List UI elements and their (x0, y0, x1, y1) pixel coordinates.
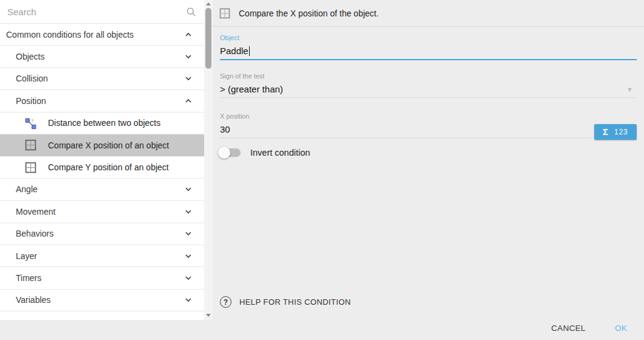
group-label: Common conditions for all objects (6, 30, 134, 40)
chevron-down-icon (183, 295, 193, 305)
scroll-up-arrow[interactable] (204, 0, 213, 7)
x-position-field: X position 30 Σ 123 (213, 113, 644, 138)
help-question-icon: ? (220, 296, 231, 308)
sign-field: Sign of the test > (greater than) ▼ (213, 72, 644, 98)
sign-select[interactable]: > (greater than) ▼ (220, 80, 637, 98)
conditions-sidebar: Common conditions for all objects Object… (0, 0, 213, 320)
chevron-down-icon (183, 52, 193, 61)
sidebar-category-objects[interactable]: Objects (0, 46, 204, 68)
condition-label: Compare Y position of an object (48, 162, 169, 172)
category-label: Timers (16, 273, 41, 283)
dropdown-caret-icon: ▼ (626, 86, 633, 93)
search-input[interactable] (7, 7, 185, 17)
category-label: Objects (16, 52, 44, 61)
toggle-knob (218, 147, 230, 159)
chevron-down-icon (183, 184, 193, 194)
condition-item-compare-x-position[interactable]: Compare X position of an object (0, 134, 204, 156)
dialog-footer: CANCEL OK (213, 316, 644, 340)
category-label: Movement (16, 207, 55, 217)
sidebar-group-common-conditions[interactable]: Common conditions for all objects (0, 24, 204, 46)
sidebar-category-layer[interactable]: Layer (0, 245, 204, 267)
help-link[interactable]: ? HELP FOR THIS CONDITION (213, 296, 644, 316)
conditions-list: Common conditions for all objects Object… (0, 0, 204, 320)
chevron-up-icon (183, 96, 193, 106)
condition-label: Distance between two objects (48, 118, 160, 128)
category-label: Angle (16, 184, 38, 194)
sidebar-category-angle[interactable]: Angle (0, 179, 204, 201)
sidebar-category-position[interactable]: Position (0, 90, 204, 112)
object-field-label: Object (220, 34, 637, 42)
sidebar-category-variables[interactable]: Variables (0, 290, 204, 311)
scrollbar-thumb[interactable] (205, 8, 211, 69)
condition-editor-dialog: Common conditions for all objects Object… (0, 0, 644, 340)
category-label: Layer (16, 251, 37, 261)
condition-parameters-panel: Compare the X position of the object. Ob… (213, 0, 644, 340)
expression-button-label: 123 (614, 128, 628, 136)
chevron-down-icon (183, 207, 193, 217)
sidebar-category-timers[interactable]: Timers (0, 267, 204, 289)
condition-label: Compare X position of an object (48, 141, 169, 150)
text-cursor (249, 46, 250, 56)
sigma-icon: Σ (603, 127, 608, 137)
category-label: Collision (16, 74, 48, 83)
condition-description: Compare the X position of the object. (239, 9, 379, 18)
category-label: Behaviors (16, 229, 53, 238)
x-position-value: 30 (220, 124, 230, 134)
cancel-button[interactable]: CANCEL (550, 320, 587, 336)
compare-position-grid-icon (219, 7, 231, 19)
condition-item-distance-between-objects[interactable]: ? Distance between two objects (0, 113, 204, 134)
sidebar-scrollbar[interactable] (204, 0, 213, 320)
sidebar-category-collision[interactable]: Collision (0, 68, 204, 90)
invert-condition-toggle[interactable] (220, 148, 241, 157)
chevron-down-icon (183, 273, 193, 283)
scroll-down-arrow[interactable] (204, 311, 213, 319)
sign-select-value: > (greater than) (220, 84, 283, 94)
ok-button[interactable]: OK (614, 320, 628, 336)
compare-position-grid-icon (24, 139, 37, 151)
object-input[interactable]: Paddle (220, 42, 637, 60)
sign-field-label: Sign of the test (220, 72, 637, 80)
object-field: Object Paddle (213, 34, 644, 60)
category-label: Variables (16, 295, 50, 305)
distance-between-objects-icon: ? (24, 117, 37, 130)
chevron-down-icon (183, 251, 193, 261)
condition-header: Compare the X position of the object. (213, 0, 644, 27)
x-position-field-label: X position (220, 113, 637, 120)
category-label: Position (16, 96, 46, 106)
object-input-value: Paddle (220, 46, 248, 56)
svg-text:?: ? (31, 118, 34, 123)
condition-item-compare-y-position[interactable]: Compare Y position of an object (0, 156, 204, 178)
chevron-down-icon (183, 74, 193, 83)
expression-editor-button[interactable]: Σ 123 (594, 124, 637, 140)
search-row (0, 0, 204, 24)
sidebar-category-movement[interactable]: Movement (0, 201, 204, 223)
x-position-input[interactable]: 30 (220, 120, 592, 138)
chevron-down-icon (183, 229, 193, 238)
search-icon (185, 6, 197, 18)
invert-condition-row: Invert condition (213, 148, 644, 158)
help-link-label: HELP FOR THIS CONDITION (239, 297, 351, 307)
sidebar-category-behaviors[interactable]: Behaviors (0, 223, 204, 245)
chevron-up-icon (183, 30, 193, 40)
invert-condition-label: Invert condition (250, 148, 310, 158)
compare-position-grid-icon (24, 161, 37, 174)
